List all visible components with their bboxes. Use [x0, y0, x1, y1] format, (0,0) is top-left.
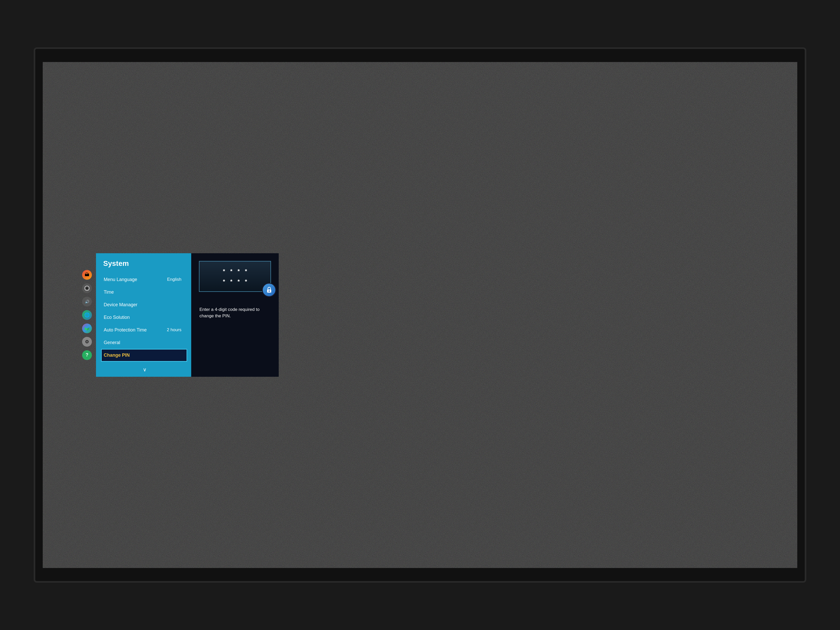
sidebar-icon-volume[interactable]: 🔊	[82, 297, 92, 306]
help-icon-label: ?	[86, 352, 88, 358]
pin-star-1-4: *	[245, 268, 247, 275]
tv-screen: 🏔 🔊 🌐	[43, 62, 797, 568]
sidebar-icon-help[interactable]: ?	[82, 350, 92, 360]
menu-general-label: General	[104, 340, 120, 345]
pin-star-1-2: *	[230, 268, 232, 275]
tv-frame: 🏔 🔊 🌐	[34, 47, 807, 583]
pin-row-2: * * * *	[223, 278, 247, 285]
sidebar-icon-globe[interactable]: 🌐	[82, 310, 92, 320]
sidebar-icon-photo[interactable]: 🏔	[82, 270, 92, 280]
sidebar-icon-cube[interactable]	[82, 324, 92, 333]
menu-language-value: English	[167, 277, 182, 282]
svg-text:🔊: 🔊	[85, 300, 90, 304]
pin-star-2-1: *	[223, 278, 225, 285]
menu-change-pin-label: Change PIN	[104, 352, 130, 358]
menu-item-general[interactable]: General	[103, 336, 191, 349]
pin-star-2-4: *	[245, 278, 247, 285]
system-menu: System Menu Language English Time Device…	[96, 253, 191, 377]
menu-item-language[interactable]: Menu Language English	[103, 273, 191, 286]
pin-star-2-2: *	[230, 278, 232, 285]
sidebar: 🏔 🔊 🌐	[81, 267, 93, 363]
menu-auto-protection-label: Auto Protection Time	[104, 327, 147, 333]
ui-overlay: 🏔 🔊 🌐	[43, 62, 797, 568]
menu-item-time[interactable]: Time	[103, 286, 191, 298]
menu-item-eco-solution[interactable]: Eco Solution	[103, 311, 191, 324]
pin-star-2-3: *	[238, 278, 240, 285]
lock-icon	[262, 283, 276, 297]
sidebar-icon-camera[interactable]	[82, 283, 92, 293]
menu-eco-solution-label: Eco Solution	[104, 315, 130, 320]
menu-item-device-manager[interactable]: Device Manager	[103, 298, 191, 311]
menu-auto-protection-value: 2 hours	[167, 327, 182, 333]
menu-title: System	[103, 259, 191, 268]
menu-items-list: Menu Language English Time Device Manage…	[103, 273, 191, 365]
pin-star-1-1: *	[223, 268, 225, 275]
menu-device-manager-label: Device Manager	[104, 302, 137, 308]
menu-language-label: Menu Language	[104, 277, 137, 282]
pin-star-1-3: *	[238, 268, 240, 275]
pin-instruction: Enter a 4-digit code required to change …	[197, 306, 273, 319]
menu-time-label: Time	[104, 289, 114, 295]
sidebar-icon-settings[interactable]: ⚙	[82, 337, 92, 347]
pin-panel: * * * * * * * *	[191, 253, 279, 377]
svg-point-2	[87, 288, 87, 289]
svg-point-9	[268, 291, 270, 292]
menu-item-auto-protection[interactable]: Auto Protection Time 2 hours	[103, 324, 191, 336]
pin-row-1: * * * *	[223, 268, 247, 275]
pin-display-box: * * * * * * * *	[199, 261, 271, 292]
scroll-down-indicator[interactable]: ∨	[103, 366, 191, 373]
menu-item-change-pin[interactable]: Change PIN	[101, 349, 187, 362]
